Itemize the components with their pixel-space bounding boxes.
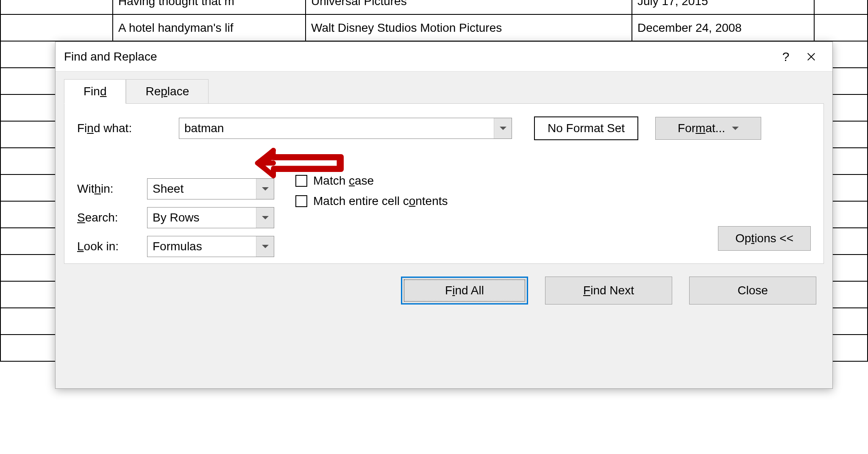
lookin-select-button[interactable] xyxy=(256,236,274,257)
search-select[interactable]: By Rows xyxy=(147,207,274,228)
cell[interactable]: Universal Pictures xyxy=(306,0,632,14)
tab-strip: Find Replace xyxy=(56,72,832,104)
dialog-title: Find and Replace xyxy=(64,50,773,64)
dialog-titlebar[interactable]: Find and Replace ? xyxy=(56,42,832,72)
lookin-label: Look in: xyxy=(77,240,147,253)
cell[interactable] xyxy=(814,0,868,14)
tab-find[interactable]: Find xyxy=(64,79,126,104)
options-toggle-button[interactable]: Options << xyxy=(718,226,811,251)
no-format-set-label: No Format Set xyxy=(534,116,638,140)
find-what-label: Find what: xyxy=(77,122,179,135)
tab-replace[interactable]: Replace xyxy=(126,79,209,104)
chevron-down-icon xyxy=(262,245,269,248)
close-button[interactable]: Close xyxy=(689,277,816,305)
find-next-button[interactable]: Find Next xyxy=(545,277,672,305)
chevron-down-icon xyxy=(262,216,269,219)
match-case-checkbox[interactable] xyxy=(295,175,307,187)
lookin-select[interactable]: Formulas xyxy=(147,236,274,257)
within-select-button[interactable] xyxy=(256,179,274,199)
cell[interactable] xyxy=(0,0,113,14)
within-select[interactable]: Sheet xyxy=(147,178,274,199)
chevron-down-icon xyxy=(732,127,739,130)
find-what-dropdown[interactable] xyxy=(494,118,512,138)
find-what-input[interactable] xyxy=(179,118,494,138)
find-all-button[interactable]: Find All xyxy=(401,277,528,305)
search-select-button[interactable] xyxy=(256,208,274,228)
cell[interactable]: December 24, 2008 xyxy=(632,14,814,41)
format-button[interactable]: Format... xyxy=(655,117,761,140)
search-label: Search: xyxy=(77,211,147,224)
match-entire-checkbox[interactable] xyxy=(295,195,307,207)
cell[interactable] xyxy=(814,14,868,41)
cell[interactable]: A hotel handyman's lif xyxy=(113,14,306,41)
cell[interactable]: July 17, 2015 xyxy=(632,0,814,14)
help-button[interactable]: ? xyxy=(773,46,798,67)
cell[interactable] xyxy=(0,14,113,41)
match-entire-label: Match entire cell contents xyxy=(313,194,448,208)
match-case-label: Match case xyxy=(313,174,374,188)
cell[interactable]: Walt Disney Studios Motion Pictures xyxy=(306,14,632,41)
close-icon[interactable] xyxy=(798,46,824,67)
tab-panel-find: Find what: No Format Set Format... Withi… xyxy=(64,103,824,264)
find-replace-dialog: Find and Replace ? Find Replace Find wha… xyxy=(55,42,833,389)
cell[interactable]: Having thought that m xyxy=(113,0,306,14)
chevron-down-icon xyxy=(500,127,506,130)
within-label: Within: xyxy=(77,182,147,196)
chevron-down-icon xyxy=(262,187,269,191)
